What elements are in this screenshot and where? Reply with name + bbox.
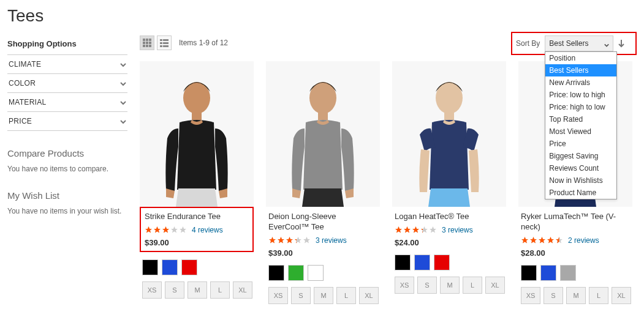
grid-icon [143, 39, 151, 47]
star-icon [521, 236, 529, 244]
star-rating [521, 236, 563, 244]
sort-option[interactable]: Product Name [545, 187, 616, 199]
reviews-link[interactable]: 3 reviews [316, 236, 347, 245]
color-swatch[interactable] [181, 259, 197, 275]
size-option[interactable]: M [440, 277, 460, 294]
filter-label: CLIMATE [9, 60, 41, 69]
color-swatches [266, 265, 380, 281]
star-icon [529, 236, 537, 244]
size-options: XSSMLXL [140, 281, 254, 299]
product-name[interactable]: Logan HeatTec® Tee [395, 212, 504, 222]
star-rating [268, 236, 311, 244]
rating-row: 3 reviews [268, 236, 377, 245]
color-swatches [392, 255, 506, 270]
svg-marker-39 [278, 237, 284, 243]
size-option[interactable]: XL [233, 281, 252, 299]
product-price: $24.00 [395, 238, 504, 247]
sort-by-select[interactable]: Best Sellers PositionBest SellersNew Arr… [545, 35, 613, 51]
size-option[interactable]: L [210, 281, 230, 299]
size-option[interactable]: M [188, 281, 207, 299]
grid-view-button[interactable] [140, 35, 154, 50]
color-swatch[interactable] [288, 265, 304, 281]
size-option[interactable]: M [566, 287, 586, 304]
sort-option[interactable]: Price: low to high [545, 89, 616, 101]
star-icon [286, 236, 294, 244]
color-swatch[interactable] [434, 255, 450, 270]
product-name[interactable]: Deion Long-Sleeve EverCool™ Tee [268, 212, 377, 233]
svg-rect-11 [160, 42, 162, 44]
shopping-options-heading: Shopping Options [7, 39, 127, 48]
product-card: Deion Long-Sleeve EverCool™ Tee 3 review… [266, 61, 380, 304]
sort-direction-button[interactable] [617, 39, 626, 48]
size-option[interactable]: XL [612, 287, 631, 304]
size-option[interactable]: M [314, 287, 333, 304]
svg-rect-4 [146, 42, 148, 44]
size-option[interactable]: XS [521, 287, 540, 304]
size-option[interactable]: S [165, 281, 184, 299]
product-card: Strike Endurance Tee 4 reviews$39.00XSSM… [140, 61, 254, 304]
svg-rect-6 [143, 45, 145, 47]
sort-option[interactable]: Top Rated [545, 113, 616, 125]
filter-price[interactable]: PRICE [7, 111, 127, 131]
size-option[interactable]: XL [485, 277, 505, 294]
product-name[interactable]: Strike Endurance Tee [145, 212, 249, 222]
color-swatch[interactable] [142, 259, 158, 275]
list-icon [160, 39, 169, 47]
sort-option[interactable]: Price [545, 138, 616, 150]
filter-material[interactable]: MATERIAL [7, 92, 127, 111]
svg-marker-42 [286, 237, 293, 243]
rating-row: 3 reviews [395, 226, 504, 234]
color-swatch[interactable] [540, 265, 556, 281]
sort-option[interactable]: New Arrivals [545, 76, 616, 89]
sort-option[interactable]: Position [545, 52, 616, 64]
svg-rect-0 [143, 39, 145, 41]
reviews-link[interactable]: 2 reviews [568, 236, 599, 245]
filter-color[interactable]: COLOR [7, 73, 127, 92]
color-swatch[interactable] [521, 265, 537, 281]
product-image[interactable] [140, 61, 254, 207]
size-option[interactable]: S [544, 287, 563, 304]
size-option[interactable]: XS [142, 281, 162, 299]
reviews-link[interactable]: 4 reviews [192, 226, 223, 234]
product-image[interactable] [392, 61, 506, 207]
svg-marker-56 [404, 226, 411, 233]
sort-option[interactable]: Most Viewed [545, 125, 616, 138]
sort-option[interactable]: Biggest Saving [545, 150, 616, 162]
product-body: Strike Endurance Tee 4 reviews$39.00 [140, 207, 254, 252]
color-swatch[interactable] [162, 259, 178, 275]
color-swatch[interactable] [560, 265, 576, 281]
sort-option[interactable]: Price: high to low [545, 101, 616, 113]
size-option[interactable]: S [291, 287, 311, 304]
sort-option[interactable]: Reviews Count [545, 162, 616, 174]
star-icon [538, 236, 546, 244]
compare-empty-text: You have no items to compare. [7, 165, 127, 173]
size-option[interactable]: L [463, 277, 482, 294]
product-name[interactable]: Ryker LumaTech™ Tee (V-neck) [521, 212, 630, 233]
filter-climate[interactable]: CLIMATE [7, 54, 127, 73]
size-option[interactable]: XS [395, 277, 414, 294]
wishlist-heading: My Wish List [7, 190, 127, 201]
product-image[interactable] [266, 61, 380, 207]
reviews-link[interactable]: 3 reviews [442, 226, 473, 234]
size-option[interactable]: XS [268, 287, 288, 304]
svg-marker-76 [539, 237, 545, 243]
color-swatch[interactable] [268, 265, 284, 281]
rating-row: 4 reviews [145, 226, 249, 234]
color-swatch[interactable] [395, 255, 411, 270]
product-price: $39.00 [268, 248, 377, 258]
chevron-down-icon [120, 61, 126, 67]
star-icon [429, 226, 437, 234]
color-swatch[interactable] [308, 265, 324, 281]
list-view-button[interactable] [157, 35, 172, 50]
color-swatch[interactable] [414, 255, 430, 270]
size-option[interactable]: S [417, 277, 437, 294]
sort-option[interactable]: Best Sellers [545, 64, 616, 76]
size-option[interactable]: L [589, 287, 608, 304]
size-option[interactable]: L [336, 287, 356, 304]
sort-by-dropdown[interactable]: PositionBest SellersNew ArrivalsPrice: l… [545, 51, 617, 199]
sort-option[interactable]: Now in Wishlists [545, 174, 616, 187]
sort-by-area: Sort By Best Sellers PositionBest Seller… [511, 32, 637, 55]
star-icon [547, 236, 555, 244]
size-option[interactable]: XL [359, 287, 379, 304]
star-icon [555, 236, 563, 244]
